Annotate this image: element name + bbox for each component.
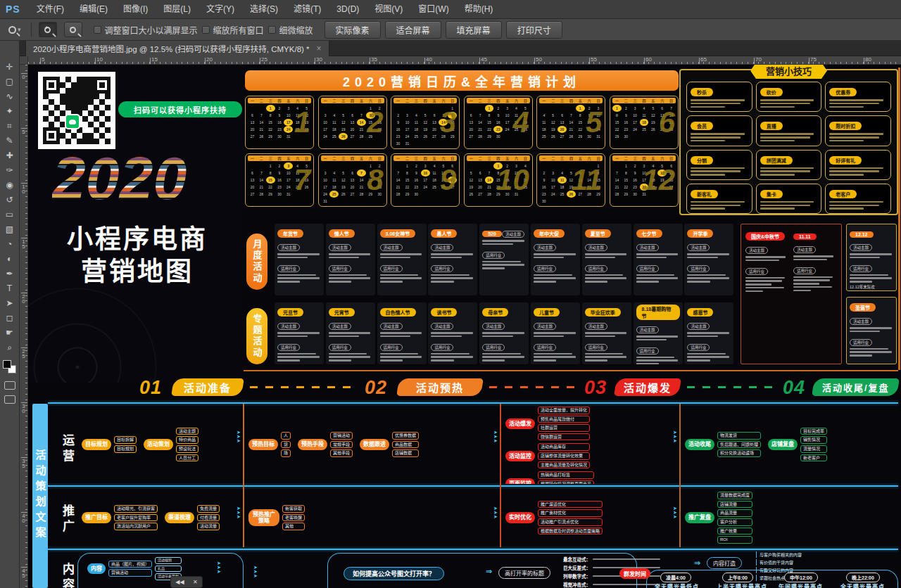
dodge-tool-icon[interactable]: ◐ xyxy=(1,251,18,266)
tips-title: 营销小技巧 xyxy=(750,65,827,79)
decor: 10 xyxy=(284,170,293,177)
clone-stamp-tool-icon[interactable]: ◉ xyxy=(1,177,18,192)
content-tree: 内容商品（图片、视频）营销活动活动规则礼品活动节奏策划 xyxy=(87,557,182,580)
color-swatches[interactable] xyxy=(3,360,17,376)
option-button[interactable]: 适合屏幕 xyxy=(385,21,441,39)
screen-mode-icon[interactable] xyxy=(4,395,15,404)
decor: 五 xyxy=(503,98,512,103)
menu-item[interactable]: 选择(S) xyxy=(242,0,286,19)
decor xyxy=(583,62,584,64)
lasso-tool-icon[interactable]: ∿ xyxy=(1,89,18,103)
checkbox-box[interactable] xyxy=(202,26,210,34)
decor xyxy=(534,58,535,64)
widget-close-icon[interactable]: ✕ xyxy=(193,579,198,585)
option-checkbox[interactable]: 细微缩放 xyxy=(268,24,313,36)
decor: 日 xyxy=(521,98,530,103)
decor xyxy=(25,306,27,307)
history-brush-tool-icon[interactable]: ↺ xyxy=(1,192,18,207)
options-bar: ▾ + − 调整窗口大小以满屏显示缩放所有窗口细微缩放 实际像素适合屏幕填充屏幕… xyxy=(0,19,901,41)
event-card: 愚人节活动主题适用行业 xyxy=(428,224,477,295)
collapse-icon[interactable]: ◀◀ xyxy=(175,579,184,585)
decor xyxy=(760,136,810,139)
industry-label: 适用行业 xyxy=(534,344,556,351)
option-checkbox[interactable]: 缩放所有窗口 xyxy=(202,24,264,36)
decor xyxy=(49,110,54,116)
menu-item[interactable]: 帮助(H) xyxy=(457,0,501,19)
zoom-out-button[interactable]: − xyxy=(64,22,82,37)
decor xyxy=(25,98,27,98)
decor: 15 xyxy=(576,119,585,126)
shape-tool-icon[interactable]: ◻ xyxy=(1,310,18,325)
path-select-tool-icon[interactable]: ➤ xyxy=(1,295,18,310)
zoom-tool-icon[interactable]: ⌕ xyxy=(1,340,18,354)
menu-item[interactable]: 文件(F) xyxy=(29,0,72,19)
option-button[interactable]: 填充屏幕 xyxy=(446,21,502,39)
crop-tool-icon[interactable]: ⌗ xyxy=(1,118,18,133)
checkbox-box[interactable] xyxy=(268,26,276,34)
decor xyxy=(82,110,88,116)
menu-item[interactable]: 图像(I) xyxy=(115,0,156,19)
menu-item[interactable]: 窗口(W) xyxy=(410,0,456,19)
decor xyxy=(380,335,410,338)
marquee-tool-icon[interactable]: ▢ xyxy=(1,74,18,89)
mindmap-child-node: 主推商品流量及转化情况 xyxy=(538,461,590,469)
mindmap-child-node: 新客获取 xyxy=(282,505,305,513)
mindmap-child-node: 特价商品 xyxy=(176,436,199,444)
menu-item[interactable]: 编辑(E) xyxy=(72,0,115,19)
menu-item[interactable]: 图层(L) xyxy=(156,0,199,19)
decor: 17 xyxy=(284,119,293,126)
option-button[interactable]: 打印尺寸 xyxy=(506,21,562,39)
decor: 4 xyxy=(557,170,567,177)
menu-item[interactable]: 3D(D) xyxy=(329,0,367,19)
option-button[interactable]: 实际像素 xyxy=(325,21,381,39)
document-tab[interactable]: 2020小程序电商营销地图.jpg @ 12.5% (扫码可以获得小程序扶持, … xyxy=(25,41,329,56)
hand-tool-icon[interactable]: ☛ xyxy=(1,325,18,340)
brush-tool-icon[interactable]: ✑ xyxy=(1,162,18,177)
decor xyxy=(687,281,710,283)
decor: 巨大反差式： xyxy=(563,564,591,571)
decor xyxy=(60,94,65,99)
blur-tool-icon[interactable]: ◔ xyxy=(1,236,18,251)
decor: 5 xyxy=(421,112,430,119)
menu-item[interactable]: 文字(Y) xyxy=(199,0,242,19)
zoom-in-button[interactable]: + xyxy=(39,22,57,37)
decor: 18 xyxy=(430,177,439,184)
decor: 10 xyxy=(403,119,412,126)
quick-mask-icon[interactable] xyxy=(4,381,15,390)
decor xyxy=(54,99,60,105)
decor xyxy=(585,356,627,358)
decor xyxy=(476,162,485,170)
decor xyxy=(94,99,99,105)
decor xyxy=(25,87,27,87)
decor: 六 xyxy=(657,155,667,161)
decor xyxy=(676,62,676,64)
decor: 1 xyxy=(403,162,412,170)
gradient-tool-icon[interactable]: ▧ xyxy=(1,222,18,236)
event-title-pill: 年中大促 xyxy=(534,229,565,238)
eraser-tool-icon[interactable]: ▭ xyxy=(1,207,18,222)
checkbox-box[interactable] xyxy=(94,26,101,34)
foreground-color[interactable] xyxy=(3,360,11,369)
magic-wand-tool-icon[interactable]: ✦ xyxy=(1,103,18,118)
decor xyxy=(748,62,748,64)
decor xyxy=(380,353,419,355)
document-canvas[interactable]: 扫码可以获得小程序扶持 2020 小程序电商 营销地图 2020营销日历&全年营… xyxy=(28,65,901,588)
wechat-icon xyxy=(65,114,80,129)
eyedropper-tool-icon[interactable]: ✎ xyxy=(1,133,18,148)
move-tool-icon[interactable]: ✛ xyxy=(1,59,18,74)
pen-tool-icon[interactable]: ✒ xyxy=(1,266,18,281)
zoom-tool-icon[interactable]: ▾ xyxy=(6,26,24,34)
decor: 22 xyxy=(403,184,412,191)
menu-item[interactable]: 视图(V) xyxy=(367,0,410,19)
healing-brush-tool-icon[interactable]: ✚ xyxy=(1,148,18,162)
decor: 日 xyxy=(594,98,603,103)
menu-item[interactable]: 滤镜(T) xyxy=(286,0,329,19)
mindmap-child-node: 物流发货 xyxy=(717,432,761,440)
decor xyxy=(43,127,60,144)
type-tool-icon[interactable]: T xyxy=(1,281,18,295)
decor xyxy=(393,162,403,170)
option-checkbox[interactable]: 调整窗口大小以满屏显示 xyxy=(94,24,198,36)
decor xyxy=(65,105,71,110)
decor: 免费流量付费流量活动流量 xyxy=(197,505,220,530)
tab-close-icon[interactable]: × xyxy=(317,44,322,53)
